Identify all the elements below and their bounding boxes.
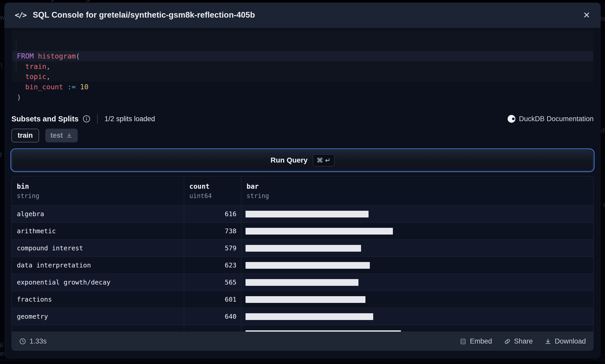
embed-icon <box>460 338 466 345</box>
background-text-fragment: is <box>600 14 605 23</box>
table-row[interactable]: arithmetic 738 <box>12 222 593 239</box>
cell-count: 640 <box>184 308 241 325</box>
table-row[interactable]: fractions 601 <box>12 291 593 308</box>
cell-bar <box>241 274 593 291</box>
share-button[interactable]: Share <box>504 337 533 345</box>
code-line: FROM histogram( <box>12 51 593 61</box>
duckdb-logo-icon <box>508 115 515 123</box>
split-train-button[interactable]: train <box>11 129 39 142</box>
table-row-partial[interactable] <box>12 325 593 332</box>
footer-actions: Embed Share Download <box>460 337 586 345</box>
enter-key-icon: ↵ <box>325 157 331 164</box>
histogram-bar <box>246 245 361 252</box>
cell-bin: algebra <box>12 206 184 222</box>
query-duration: 1.33s <box>19 337 47 345</box>
results-footer: 1.33s Embed Share Download <box>11 332 594 351</box>
code-icon: </> <box>15 11 26 19</box>
column-type: uint64 <box>189 192 236 200</box>
results-table: bin string count uint64 bar string algeb… <box>11 176 594 332</box>
splits-loaded-status: 1/2 splits loaded <box>104 115 155 123</box>
split-train-label: train <box>18 132 33 140</box>
link-icon <box>504 338 511 345</box>
clock-icon <box>19 338 26 345</box>
share-label: Share <box>514 337 533 345</box>
cell-bar <box>241 257 593 274</box>
indent-guide <box>16 41 16 72</box>
code-line: train, <box>12 61 593 72</box>
column-header-bar[interactable]: bar string <box>241 176 593 205</box>
sql-editor[interactable]: FROM histogram( train, topic, bin_count … <box>12 31 593 82</box>
background-page-top: ai/synthetic-gsm8k-reflection-405b <box>0 0 605 3</box>
cell-bar <box>241 308 593 325</box>
cell-bin: exponential growth/decay <box>12 274 184 291</box>
run-query-button[interactable]: Run Query ⌘ ↵ <box>10 148 595 172</box>
keyboard-shortcut-badge: ⌘ ↵ <box>313 154 335 166</box>
close-button[interactable]: ✕ <box>583 11 590 19</box>
cell-bar <box>241 325 593 332</box>
column-header-bin[interactable]: bin string <box>12 176 184 205</box>
cmd-key-icon: ⌘ <box>317 157 323 164</box>
run-query-button-surface: Run Query ⌘ ↵ <box>12 150 593 170</box>
modal-title: SQL Console for gretelai/synthetic-gsm8k… <box>33 10 255 20</box>
sql-console-modal: </> SQL Console for gretelai/synthetic-g… <box>4 3 601 359</box>
duckdb-documentation-label: DuckDB Documentation <box>519 115 594 123</box>
embed-button[interactable]: Embed <box>460 337 492 345</box>
cell-count: 738 <box>184 223 241 239</box>
split-test-button[interactable]: test <box>45 129 78 142</box>
column-header-count[interactable]: count uint64 <box>184 176 241 205</box>
cell-count: 623 <box>184 257 241 274</box>
background-page-title: ai/synthetic-gsm8k-reflection-405b <box>37 0 173 2</box>
column-name: bin <box>17 183 179 190</box>
splits-buttons: train test <box>11 129 78 142</box>
cell-count: 565 <box>184 274 241 291</box>
divider <box>97 114 98 123</box>
column-name: count <box>189 183 236 190</box>
column-name: bar <box>247 183 588 190</box>
modal-header: </> SQL Console for gretelai/synthetic-g… <box>4 3 601 28</box>
duckdb-documentation-link[interactable]: DuckDB Documentation <box>508 115 594 123</box>
download-label: Download <box>555 337 586 345</box>
download-icon <box>545 338 551 345</box>
table-row[interactable]: algebra 616 <box>12 205 593 222</box>
download-button[interactable]: Download <box>545 337 586 345</box>
cell-count: 616 <box>184 206 241 222</box>
query-duration-value: 1.33s <box>30 337 47 345</box>
table-header-row: bin string count uint64 bar string <box>12 176 593 205</box>
cell-count: 601 <box>184 291 241 308</box>
background-text-fragment: w <box>0 13 5 21</box>
histogram-bar <box>246 262 370 269</box>
histogram-bar <box>246 313 373 320</box>
cell-bar <box>241 223 593 239</box>
cell-bar <box>241 291 593 308</box>
histogram-bar <box>246 279 358 286</box>
background-text-fragment: d <box>601 126 604 134</box>
histogram-bar <box>246 211 369 217</box>
cell-bin: compound interest <box>12 240 184 257</box>
table-body: algebra 616 arithmetic 738 compound inte… <box>12 205 593 332</box>
run-query-label: Run Query <box>270 156 307 164</box>
embed-label: Embed <box>470 337 492 345</box>
cell-count: 579 <box>184 240 241 257</box>
background-text-fragment: il <box>0 341 3 349</box>
code-line: ) <box>12 92 593 103</box>
info-icon[interactable] <box>83 115 90 123</box>
code-line: topic, <box>12 71 593 82</box>
subsets-title: Subsets and Splits <box>11 115 78 123</box>
code-line: bin_count := 10 <box>12 82 593 92</box>
table-row[interactable]: geometry 640 <box>12 308 593 325</box>
cell-bin: geometry <box>12 308 184 325</box>
table-row[interactable]: data interpretation 623 <box>12 257 593 274</box>
table-row[interactable]: exponential growth/decay 565 <box>12 274 593 291</box>
cell-bin: arithmetic <box>12 223 184 239</box>
histogram-bar <box>246 228 393 235</box>
cell-bar <box>241 206 593 222</box>
cell-bin: fractions <box>12 291 184 308</box>
table-row[interactable]: compound interest 579 <box>12 239 593 257</box>
download-icon <box>66 132 73 139</box>
background-divider <box>0 360 605 360</box>
cell-count <box>184 325 241 332</box>
column-type: string <box>247 192 588 200</box>
subsets-row: Subsets and Splits 1/2 splits loaded Duc… <box>11 112 594 125</box>
cell-bin <box>12 325 184 332</box>
column-type: string <box>17 192 179 200</box>
